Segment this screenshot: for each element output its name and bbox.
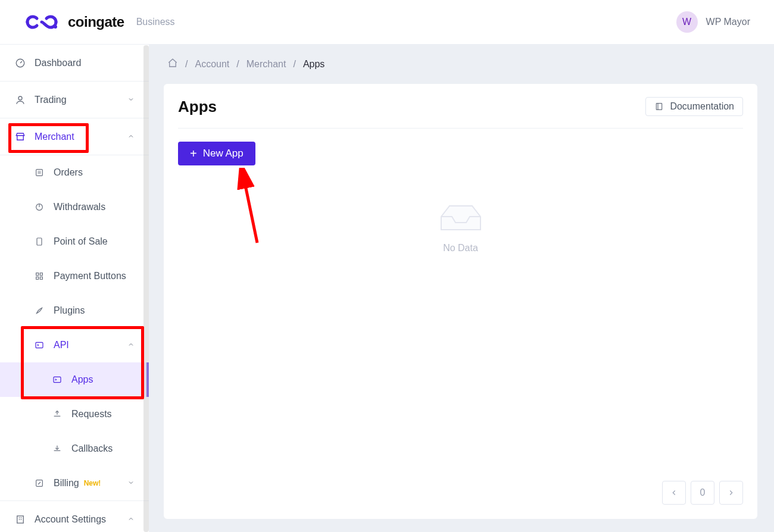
sidebar-item-label: API (54, 340, 69, 351)
sidebar-item-pos[interactable]: Point of Sale (0, 224, 149, 259)
svg-rect-13 (17, 516, 24, 523)
svg-rect-9 (40, 277, 42, 279)
user-icon (14, 94, 26, 106)
upload-icon (51, 408, 63, 420)
chevron-down-icon (127, 95, 135, 105)
documentation-button[interactable]: Documentation (645, 97, 743, 116)
svg-rect-10 (36, 342, 43, 348)
breadcrumb-separator: / (185, 59, 188, 70)
panel-apps: Apps Documentation + New App No Data (164, 84, 757, 519)
sidebar-item-account-settings[interactable]: Account Settings (0, 500, 149, 532)
brand-sublabel: Business (136, 17, 175, 27)
sidebar-item-label: Billing (54, 478, 79, 489)
new-badge: New! (84, 479, 101, 487)
breadcrumb-separator: / (236, 59, 239, 70)
svg-rect-3 (36, 170, 43, 176)
sidebar-item-withdrawals[interactable]: Withdrawals (0, 190, 149, 224)
sidebar-item-api-requests[interactable]: Requests (0, 397, 149, 431)
pager-prev-button[interactable] (662, 481, 686, 505)
svg-rect-11 (54, 377, 61, 382)
sidebar-item-api-callbacks[interactable]: Callbacks (0, 431, 149, 466)
breadcrumb-merchant[interactable]: Merchant (246, 59, 286, 70)
breadcrumb: / Account / Merchant / Apps (164, 58, 757, 71)
sidebar-item-label: Apps (71, 374, 93, 385)
sidebar-item-trading[interactable]: Trading (0, 82, 149, 118)
chevron-right-icon (727, 489, 735, 497)
list-icon (33, 167, 45, 179)
terminal-icon (33, 339, 45, 351)
sidebar-item-api-apps[interactable]: Apps (0, 362, 149, 397)
empty-state-label: No Data (443, 243, 478, 254)
shell: Dashboard Trading M (0, 45, 774, 532)
sidebar-item-label: Account Settings (35, 514, 106, 525)
breadcrumb-separator: / (293, 59, 295, 70)
chevron-down-icon (127, 478, 135, 489)
breadcrumb-account[interactable]: Account (195, 59, 229, 70)
chevron-up-icon (127, 514, 135, 525)
sidebar-item-label: Requests (71, 409, 112, 420)
download-icon (51, 443, 63, 455)
tablet-icon (33, 236, 45, 248)
sidebar-item-label: Callbacks (71, 443, 113, 454)
sidebar-item-label: Plugins (54, 305, 85, 316)
edit-icon (33, 477, 45, 489)
sidebar-item-label: Payment Buttons (54, 271, 126, 281)
sidebar-item-label: Merchant (35, 132, 74, 142)
user-menu[interactable]: W WP Mayor (676, 11, 750, 33)
brand-logo (24, 13, 60, 31)
brand: coingate Business (24, 13, 175, 31)
gauge-icon (14, 57, 26, 69)
sidebar-item-merchant[interactable]: Merchant (0, 118, 149, 155)
sidebar-item-api[interactable]: API (0, 328, 149, 362)
documentation-button-label: Documentation (670, 101, 734, 112)
store-icon (14, 131, 26, 143)
grid-icon (33, 270, 45, 282)
building-icon (14, 514, 26, 525)
breadcrumb-home[interactable] (167, 58, 178, 71)
content-area: / Account / Merchant / Apps Apps Documen… (149, 45, 774, 532)
svg-rect-5 (37, 238, 42, 245)
svg-rect-6 (36, 273, 39, 276)
sidebar-item-dashboard[interactable]: Dashboard (0, 45, 149, 82)
coingate-logo-icon (24, 13, 60, 31)
svg-rect-7 (40, 273, 42, 276)
sidebar-item-payment-buttons[interactable]: Payment Buttons (0, 259, 149, 293)
sidebar-item-billing[interactable]: Billing New! (0, 466, 149, 500)
home-icon (167, 58, 178, 68)
sidebar: Dashboard Trading M (0, 45, 149, 532)
book-icon (654, 102, 664, 111)
chevron-up-icon (127, 132, 135, 142)
breadcrumb-current: Apps (303, 59, 324, 70)
brand-wordmark: coingate (68, 14, 124, 30)
plus-icon: + (190, 148, 197, 159)
sidebar-item-orders[interactable]: Orders (0, 155, 149, 190)
rocket-icon (33, 305, 45, 317)
username-label: WP Mayor (706, 17, 750, 27)
sidebar-item-label: Withdrawals (54, 202, 105, 212)
sidebar-scroll[interactable]: Dashboard Trading M (0, 45, 149, 532)
svg-point-0 (54, 25, 57, 29)
page-title: Apps (178, 98, 217, 116)
sidebar-item-label: Orders (54, 167, 83, 178)
empty-state: No Data (178, 165, 743, 290)
inbox-icon (438, 202, 484, 234)
chevron-up-icon (127, 340, 135, 351)
svg-rect-14 (657, 104, 662, 110)
power-icon (33, 201, 45, 213)
pagination: 0 (662, 481, 743, 505)
avatar: W (676, 11, 698, 33)
pager-current[interactable]: 0 (691, 481, 714, 505)
pager-next-button[interactable] (719, 481, 743, 505)
new-app-button-label: New App (203, 148, 244, 159)
terminal-icon (51, 374, 63, 386)
panel-header: Apps Documentation (178, 97, 743, 129)
svg-point-2 (18, 96, 22, 100)
new-app-button[interactable]: + New App (178, 142, 255, 165)
topbar: coingate Business W WP Mayor (0, 0, 774, 45)
sidebar-item-label: Trading (35, 95, 67, 105)
chevron-left-icon (670, 489, 678, 497)
svg-rect-8 (36, 277, 39, 279)
sidebar-item-label: Dashboard (35, 58, 81, 68)
sidebar-item-plugins[interactable]: Plugins (0, 293, 149, 328)
sidebar-item-label: Point of Sale (54, 236, 108, 247)
